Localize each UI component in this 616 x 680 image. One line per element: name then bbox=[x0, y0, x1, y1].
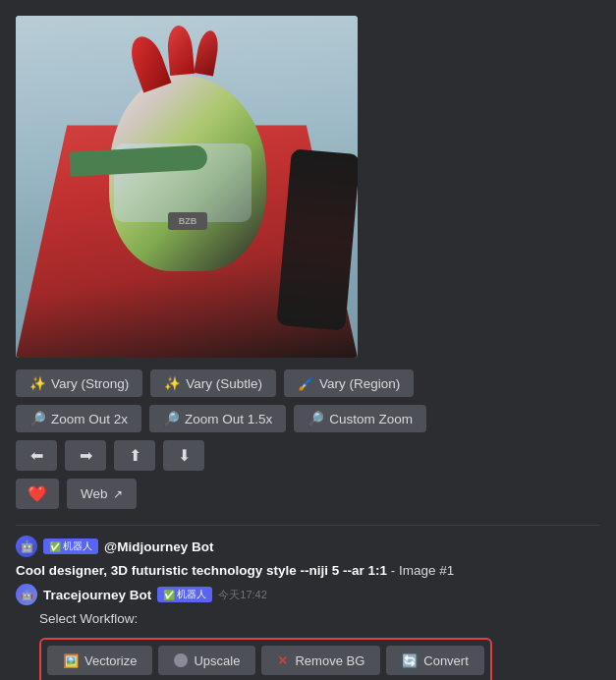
arrow-up-button[interactable]: ⬆ bbox=[114, 440, 155, 471]
image-wrapper: BZB bbox=[0, 8, 616, 366]
convert-label: Convert bbox=[423, 653, 469, 668]
zoom-out-1-5x-button[interactable]: 🔎 Zoom Out 1.5x bbox=[149, 405, 286, 432]
workflow-avatar: 🤖 bbox=[16, 584, 37, 605]
vary-strong-label: Vary (Strong) bbox=[51, 376, 129, 391]
workflow-line: 🤖 Tracejourney Bot ✅ 机器人 今天17:42 bbox=[0, 582, 616, 609]
arrow-down-icon: ⬇ bbox=[178, 446, 191, 465]
arrow-down-button[interactable]: ⬇ bbox=[163, 440, 204, 471]
generated-image: BZB bbox=[16, 16, 358, 358]
remove-bg-icon: ✕ bbox=[277, 652, 289, 668]
message-info: 🤖 ✅ 机器人 @Midjourney Bot Cool designer, 3… bbox=[0, 530, 616, 582]
workflow-username: Tracejourney Bot bbox=[43, 588, 151, 602]
remove-bg-label: Remove BG bbox=[295, 653, 364, 668]
zoom-out-2x-label: Zoom Out 2x bbox=[51, 412, 128, 426]
vary-region-button[interactable]: 🖌️ Vary (Region) bbox=[284, 369, 414, 397]
zoom-out-2x-emoji: 🔎 bbox=[29, 411, 46, 426]
zoom-out-1-5x-emoji: 🔎 bbox=[163, 411, 180, 426]
upscale-label: Upscale bbox=[194, 653, 240, 668]
web-label: Web bbox=[81, 486, 108, 501]
zoom-buttons-row: 🔎 Zoom Out 2x 🔎 Zoom Out 1.5x 🔎 Custom Z… bbox=[16, 405, 600, 432]
custom-zoom-label: Custom Zoom bbox=[329, 412, 413, 426]
arrow-left-button[interactable]: ⬅ bbox=[16, 440, 57, 471]
workflow-avatar-letter: 🤖 bbox=[21, 590, 32, 600]
workflow-timestamp: 今天17:42 bbox=[218, 588, 267, 602]
convert-icon: 🔄 bbox=[402, 653, 418, 668]
upscale-button[interactable]: Upscale bbox=[158, 646, 255, 675]
avatar-icon: 🤖 bbox=[20, 539, 34, 553]
vary-region-emoji: 🖌️ bbox=[298, 375, 314, 391]
select-workflow-text: Select Workflow: bbox=[0, 609, 616, 634]
vary-buttons-section: ✨ Vary (Strong) ✨ Vary (Subtle) 🖌️ Vary … bbox=[0, 366, 616, 521]
arrow-buttons-row: ⬅ ➡ ⬆ ⬇ bbox=[16, 440, 600, 471]
select-workflow-label: Select Workflow: bbox=[39, 611, 138, 626]
workflow-badge-text: 机器人 bbox=[177, 588, 206, 601]
upscale-icon bbox=[174, 653, 188, 667]
arrow-right-icon: ➡ bbox=[80, 446, 92, 465]
web-button[interactable]: Web ↗ bbox=[67, 479, 137, 509]
zoom-out-2x-button[interactable]: 🔎 Zoom Out 2x bbox=[16, 405, 141, 432]
arrow-up-icon: ⬆ bbox=[129, 446, 141, 465]
workflow-check-emoji: ✅ bbox=[163, 590, 175, 600]
vary-subtle-emoji: ✨ bbox=[164, 375, 181, 391]
vary-subtle-button[interactable]: ✨ Vary (Subtle) bbox=[150, 369, 276, 397]
web-external-icon: ↗ bbox=[113, 487, 123, 501]
heart-web-row: ❤️ Web ↗ bbox=[16, 479, 600, 509]
check-emoji: ✅ bbox=[49, 541, 61, 552]
zoom-out-1-5x-label: Zoom Out 1.5x bbox=[185, 412, 272, 426]
vary-strong-emoji: ✨ bbox=[29, 375, 46, 391]
vectorize-icon: 🖼️ bbox=[63, 653, 79, 668]
arrow-left-icon: ⬅ bbox=[30, 446, 43, 465]
vary-buttons-row: ✨ Vary (Strong) ✨ Vary (Subtle) 🖌️ Vary … bbox=[16, 369, 600, 397]
vary-region-label: Vary (Region) bbox=[319, 376, 400, 391]
vectorize-button[interactable]: 🖼️ Vectorize bbox=[47, 646, 152, 675]
arrow-right-button[interactable]: ➡ bbox=[65, 440, 106, 471]
vary-subtle-label: Vary (Subtle) bbox=[186, 376, 262, 391]
vary-strong-button[interactable]: ✨ Vary (Strong) bbox=[16, 369, 142, 397]
workflow-grid: 🖼️ Vectorize Upscale ✕ Remove BG 🔄 Conve… bbox=[39, 638, 492, 680]
custom-zoom-emoji: 🔎 bbox=[308, 411, 324, 426]
remove-bg-button[interactable]: ✕ Remove BG bbox=[261, 646, 380, 675]
heart-button[interactable]: ❤️ bbox=[16, 479, 59, 509]
workflow-row-1: 🖼️ Vectorize Upscale ✕ Remove BG 🔄 Conve… bbox=[47, 646, 484, 675]
message-container: BZB ✨ Vary (Strong) ✨ Vary (Subtle) 🖌️ V… bbox=[0, 0, 616, 680]
prompt-bold: Cool designer, 3D futuristic technology … bbox=[16, 563, 387, 578]
vectorize-label: Vectorize bbox=[84, 653, 137, 668]
badge-text: 机器人 bbox=[63, 539, 92, 553]
check-badge: ✅ 机器人 bbox=[43, 538, 98, 554]
bot-avatar: 🤖 bbox=[16, 536, 37, 557]
heart-icon: ❤️ bbox=[28, 485, 47, 502]
custom-zoom-button[interactable]: 🔎 Custom Zoom bbox=[294, 405, 426, 432]
divider bbox=[16, 525, 600, 526]
prompt-text: Cool designer, 3D futuristic technology … bbox=[16, 563, 454, 578]
convert-button[interactable]: 🔄 Convert bbox=[386, 646, 484, 675]
bot-username: @Midjourney Bot bbox=[104, 539, 213, 554]
image-label: - Image #1 bbox=[391, 563, 455, 578]
workflow-buttons-section: 🖼️ Vectorize Upscale ✕ Remove BG 🔄 Conve… bbox=[0, 634, 616, 680]
workflow-badge: ✅ 机器人 bbox=[157, 587, 212, 602]
